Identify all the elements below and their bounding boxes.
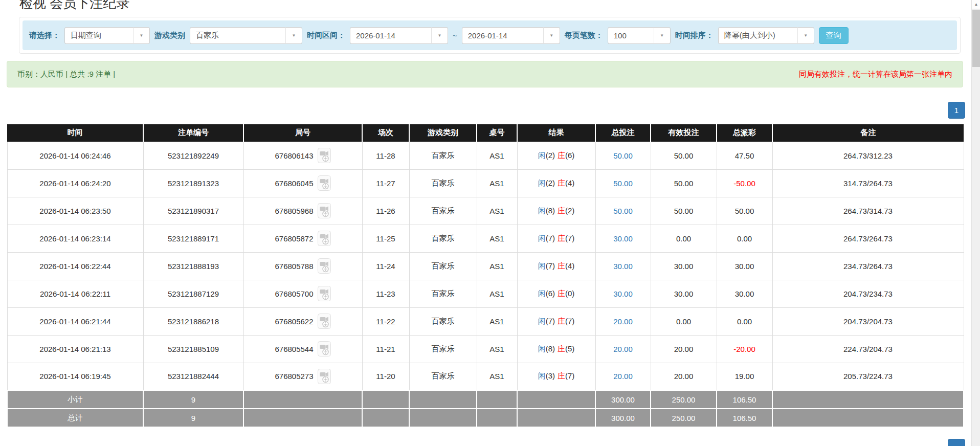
video-icon[interactable] (318, 175, 331, 191)
date-to-picker[interactable]: 2026-01-14 ▼ (462, 27, 560, 44)
video-icon[interactable] (318, 314, 331, 329)
result-player-label: 闲 (538, 317, 546, 325)
cell-remark: 264.73/312.23 (772, 142, 964, 169)
round-id: 676805273 (275, 372, 313, 381)
game-category-value[interactable]: 百家乐 (190, 27, 286, 44)
cell-payout: 30.00 (717, 280, 772, 307)
column-valid-bet: 有效投注 (651, 124, 717, 142)
date-from-picker[interactable]: 2026-01-14 ▼ (350, 27, 448, 44)
total-payout: 106.50 (717, 409, 772, 427)
cell-table-no: AS1 (477, 280, 517, 307)
video-icon[interactable] (318, 258, 331, 274)
cell-remark: 234.73/264.73 (772, 252, 964, 280)
video-icon[interactable] (318, 341, 331, 356)
cell-valid-bet: 0.00 (651, 225, 717, 252)
query-type-value[interactable]: 日期查询 (64, 27, 133, 44)
sort-select[interactable]: 降幂(由大到小) ▼ (718, 27, 814, 44)
cell-time: 2026-01-14 06:21:13 (7, 335, 143, 363)
cell-valid-bet: 30.00 (651, 252, 717, 280)
result-banker-label: 庄 (558, 344, 565, 353)
chevron-down-icon[interactable]: ▼ (654, 27, 671, 44)
total-count: 9 (143, 409, 243, 427)
video-icon[interactable] (318, 231, 331, 246)
result-banker-score: (4) (565, 179, 574, 187)
total-bet-link[interactable]: 30.00 (613, 289, 633, 298)
page-title-clip: 检视 会员下注纪录 (19, 0, 129, 11)
game-category-select[interactable]: 百家乐 ▼ (190, 27, 302, 44)
subtotal-label: 小计 (7, 390, 143, 409)
video-icon[interactable] (318, 369, 331, 384)
chevron-down-icon[interactable]: ▼ (133, 27, 150, 44)
cell-result: 闲(2)庄(4) (517, 169, 595, 197)
cell-game-type: 百家乐 (409, 197, 477, 225)
chevron-down-icon[interactable]: ▼ (286, 27, 302, 44)
total-bet-link[interactable]: 50.00 (613, 179, 633, 188)
column-game-type: 游戏类别 (409, 124, 477, 142)
chevron-down-icon[interactable]: ▼ (544, 27, 560, 44)
chevron-down-icon[interactable]: ▼ (798, 27, 814, 44)
column-time: 时间 (7, 124, 143, 142)
result-banker-label: 庄 (558, 151, 565, 160)
date-to-value[interactable]: 2026-01-14 (462, 27, 544, 44)
cell-total-bet: 20.00 (595, 335, 651, 363)
sort-value[interactable]: 降幂(由大到小) (718, 27, 798, 44)
cell-round-id: 676805700 (243, 280, 362, 307)
cell-valid-bet: 20.00 (651, 335, 717, 363)
video-icon[interactable] (318, 286, 331, 301)
cell-total-bet: 20.00 (595, 363, 651, 390)
total-row: 总计 9 300.00 250.00 106.50 (7, 409, 964, 427)
subtotal-payout: 106.50 (717, 390, 772, 409)
total-bet-link[interactable]: 30.00 (613, 262, 633, 271)
cell-total-bet: 50.00 (595, 197, 651, 225)
round-id: 676806143 (275, 151, 313, 160)
pagination-page-1-bottom[interactable] (948, 439, 965, 446)
cell-round-id: 676805622 (243, 307, 362, 335)
total-bet-link[interactable]: 20.00 (613, 345, 633, 353)
scroll-up-icon[interactable]: ▲ (972, 0, 980, 9)
scrollbar-thumb[interactable] (972, 10, 980, 67)
cell-payout: 50.00 (717, 197, 772, 225)
cell-valid-bet: 50.00 (651, 142, 717, 169)
result-player-score: (6) (546, 289, 555, 298)
cell-payout: 30.00 (717, 252, 772, 280)
cell-session: 11-25 (362, 225, 409, 252)
total-bet-link[interactable]: 50.00 (613, 207, 633, 215)
total-bet-link[interactable]: 20.00 (613, 372, 633, 381)
total-bet-link[interactable]: 20.00 (613, 317, 633, 326)
result-player-score: (2) (546, 179, 555, 187)
cell-table-no: AS1 (477, 363, 517, 390)
cell-table-no: AS1 (477, 197, 517, 225)
cell-table-no: AS1 (477, 307, 517, 335)
video-icon[interactable] (318, 203, 331, 218)
browser-scrollbar[interactable]: ▲ (971, 0, 980, 446)
cell-time: 2026-01-14 06:23:50 (7, 197, 143, 225)
query-type-select[interactable]: 日期查询 ▼ (64, 27, 150, 44)
cell-result: 闲(7)庄(7) (517, 307, 595, 335)
cell-bet-id: 523121892249 (143, 142, 243, 169)
total-bet-link[interactable]: 30.00 (613, 234, 633, 243)
cell-table-no: AS1 (477, 252, 517, 280)
total-bet-link[interactable]: 50.00 (613, 151, 633, 160)
video-icon[interactable] (318, 148, 331, 163)
cell-time: 2026-01-14 06:23:14 (7, 225, 143, 252)
date-from-value[interactable]: 2026-01-14 (350, 27, 432, 44)
result-banker-score: (7) (565, 371, 574, 380)
result-player-label: 闲 (538, 234, 546, 242)
result-banker-label: 庄 (558, 317, 565, 325)
result-banker-label: 庄 (558, 261, 565, 270)
result-player-label: 闲 (538, 344, 546, 353)
cell-result: 闲(7)庄(7) (517, 225, 595, 252)
per-page-select[interactable]: 100 ▼ (608, 27, 671, 44)
chevron-down-icon[interactable]: ▼ (432, 27, 448, 44)
column-result: 结果 (517, 124, 595, 142)
pagination-page-1[interactable]: 1 (948, 102, 965, 119)
result-banker-score: (5) (565, 344, 574, 353)
round-id: 676805544 (275, 345, 313, 353)
search-button[interactable]: 查询 (819, 27, 849, 44)
cell-session: 11-23 (362, 280, 409, 307)
per-page-value[interactable]: 100 (608, 27, 654, 44)
cell-time: 2026-01-14 06:22:44 (7, 252, 143, 280)
cell-session: 11-28 (362, 142, 409, 169)
currency-summary: 币别：人民币 | 总共 :9 注单 | (17, 70, 115, 79)
summary-bar: 币别：人民币 | 总共 :9 注单 | 同局有效投注，统一计算在该局第一张注单内 (7, 61, 963, 87)
